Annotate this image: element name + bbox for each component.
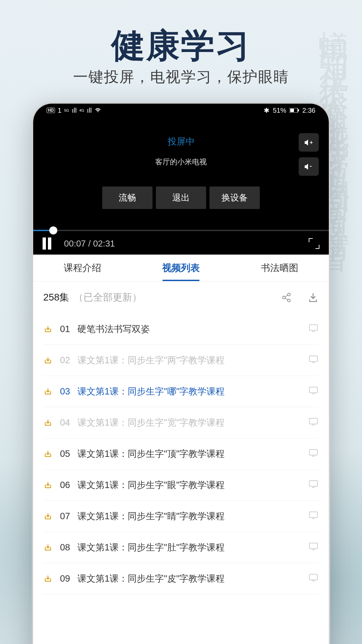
episode-title: 课文第1课：同步生字"眼"字教学课程 — [77, 479, 301, 491]
svg-rect-24 — [309, 543, 317, 549]
download-icon — [308, 292, 318, 303]
svg-line-8 — [285, 295, 288, 297]
battery-percent: 51% — [273, 107, 286, 114]
svg-rect-18 — [309, 449, 317, 455]
cast-item-icon[interactable] — [309, 480, 319, 490]
wifi-icon — [95, 108, 101, 113]
clock: 2:36 — [302, 107, 315, 114]
update-status: （已全部更新） — [74, 291, 142, 304]
episode-number: 03 — [60, 386, 70, 397]
marketing-title: 健康学习 — [0, 23, 362, 69]
signal-bars-1: ıll — [72, 107, 76, 114]
seek-bar[interactable] — [33, 230, 329, 231]
phone-frame: HD 1 5G ıll 4G ıll ✱ 51% 2:36 投屏中 客厅的小米电… — [32, 102, 330, 644]
list-item[interactable]: 06课文第1课：同步生字"眼"字教学课程 — [43, 470, 319, 501]
episode-title: 课文第1课：同步生字"睛"字教学课程 — [77, 510, 301, 522]
tab-gallery[interactable]: 书法晒图 — [230, 255, 329, 281]
share-icon — [282, 292, 292, 303]
list-item[interactable]: 01硬笔书法书写双姿 — [43, 314, 319, 345]
share-button[interactable] — [281, 292, 292, 303]
svg-rect-13 — [312, 362, 315, 363]
episode-title: 课文第1课：同步生字"两"字教学课程 — [77, 354, 301, 366]
download-item-icon[interactable] — [43, 356, 53, 365]
playback-time: 00:07 / 02:31 — [64, 238, 115, 249]
list-header: 258集 （已全部更新） — [33, 281, 329, 314]
svg-rect-10 — [309, 325, 317, 330]
cast-item-icon[interactable] — [309, 449, 319, 459]
svg-rect-20 — [309, 481, 317, 486]
switch-device-button[interactable]: 换设备 — [209, 186, 260, 209]
download-item-icon[interactable] — [43, 449, 53, 459]
download-item-icon[interactable] — [43, 574, 53, 583]
pause-button[interactable] — [43, 237, 54, 250]
cast-item-icon[interactable] — [309, 386, 319, 396]
download-item-icon[interactable] — [43, 387, 53, 396]
volume-down-icon: - — [304, 163, 313, 170]
cast-item-icon[interactable] — [309, 574, 319, 584]
svg-rect-26 — [309, 574, 317, 580]
episode-title: 课文第1课：同步生字"皮"字教学课程 — [77, 573, 301, 585]
download-item-icon[interactable] — [43, 512, 53, 521]
network-5g: 5G — [64, 108, 69, 112]
svg-rect-16 — [309, 418, 317, 424]
svg-rect-14 — [309, 387, 317, 393]
episode-title: 课文第1课：同步生字"顶"字教学课程 — [77, 448, 301, 460]
cast-item-icon[interactable] — [309, 418, 319, 428]
svg-rect-23 — [312, 518, 315, 519]
list-item[interactable]: 04课文第1课：同步生字"宽"字教学课程 — [43, 407, 319, 438]
hd-indicator: HD — [47, 108, 55, 113]
cast-device-name: 客厅的小米电视 — [33, 157, 329, 167]
episode-list[interactable]: 01硬笔书法书写双姿02课文第1课：同步生字"两"字教学课程03课文第1课：同步… — [33, 314, 329, 594]
svg-rect-25 — [312, 549, 315, 550]
quality-button[interactable]: 流畅 — [102, 186, 153, 209]
episode-number: 07 — [60, 511, 70, 522]
svg-rect-22 — [309, 512, 317, 518]
tab-intro[interactable]: 课程介绍 — [33, 255, 132, 281]
svg-rect-2 — [298, 109, 299, 111]
list-item[interactable]: 02课文第1课：同步生字"两"字教学课程 — [43, 345, 319, 376]
seek-progress — [33, 230, 54, 231]
volume-down-button[interactable]: - — [299, 157, 319, 176]
fullscreen-button[interactable] — [309, 238, 319, 249]
svg-rect-15 — [312, 393, 315, 394]
download-item-icon[interactable] — [43, 418, 53, 427]
cast-item-icon[interactable] — [309, 511, 319, 521]
episode-number: 01 — [60, 324, 70, 334]
episode-number: 06 — [60, 480, 70, 490]
download-item-icon[interactable] — [43, 324, 53, 334]
svg-rect-11 — [312, 331, 315, 332]
list-item[interactable]: 08课文第1课：同步生字"肚"字教学课程 — [43, 532, 319, 563]
list-item[interactable]: 09课文第1课：同步生字"皮"字教学课程 — [43, 563, 319, 594]
episode-title: 课文第1课：同步生字"哪"字教学课程 — [77, 385, 301, 397]
volume-up-icon: + — [304, 139, 313, 146]
svg-rect-17 — [312, 425, 315, 425]
svg-line-9 — [285, 298, 288, 300]
episode-title: 硬笔书法书写双姿 — [77, 323, 301, 335]
tab-bar: 课程介绍 视频列表 书法晒图 — [33, 255, 329, 281]
list-item[interactable]: 05课文第1课：同步生字"顶"字教学课程 — [43, 438, 319, 470]
cast-item-icon[interactable] — [309, 542, 319, 552]
episode-number: 02 — [60, 355, 70, 366]
list-item[interactable]: 03课文第1课：同步生字"哪"字教学课程 — [43, 376, 319, 407]
cast-item-icon[interactable] — [309, 355, 319, 365]
battery-icon — [290, 108, 299, 113]
seek-thumb[interactable] — [49, 226, 57, 234]
video-player: 投屏中 客厅的小米电视 + - 流畅 退出 换设备 00:07 / 02:31 — [33, 117, 329, 255]
download-all-button[interactable] — [307, 292, 319, 303]
marketing-subtitle: 一键投屏，电视学习，保护眼睛 — [0, 67, 362, 87]
episode-count: 258集 — [43, 291, 69, 304]
episode-number: 09 — [60, 574, 70, 584]
bluetooth-icon: ✱ — [264, 106, 269, 114]
signal-bars-2: ıll — [87, 107, 92, 114]
episode-number: 08 — [60, 542, 70, 553]
download-item-icon[interactable] — [43, 543, 53, 552]
episode-title: 课文第1课：同步生字"宽"字教学课程 — [77, 417, 301, 429]
volume-up-button[interactable]: + — [299, 133, 319, 152]
exit-cast-button[interactable]: 退出 — [156, 186, 206, 209]
cast-item-icon[interactable] — [309, 324, 319, 334]
download-item-icon[interactable] — [43, 480, 53, 490]
svg-rect-27 — [312, 581, 315, 581]
list-item[interactable]: 07课文第1课：同步生字"睛"字教学课程 — [43, 501, 319, 532]
svg-rect-21 — [312, 487, 315, 488]
tab-videos[interactable]: 视频列表 — [132, 255, 230, 281]
